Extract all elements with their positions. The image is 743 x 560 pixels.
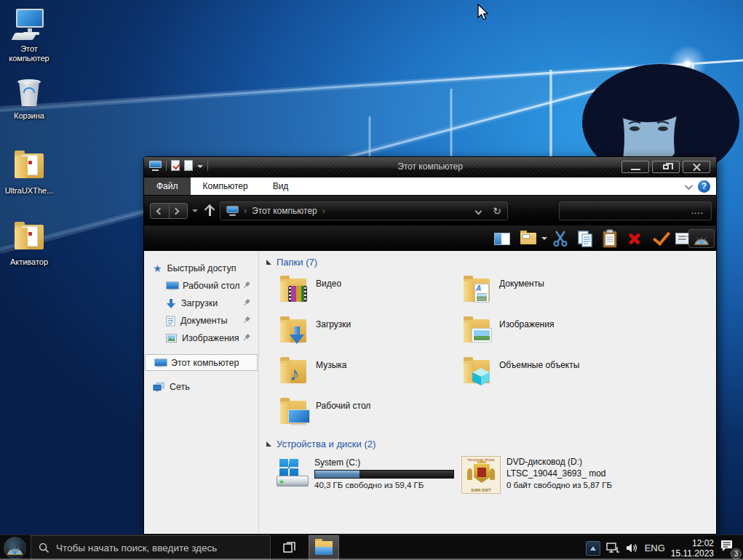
desktop-icon [166,281,178,290]
sidebar-item-network[interactable]: Сеть [144,378,258,396]
folder-tile-label: Загрузки [316,319,351,354]
desktop-icon-ultraux[interactable]: UltraUXThe... [1,151,57,196]
help-icon[interactable]: ? [698,180,710,193]
ribbon-tab-bar: Файл Компьютер Вид ? [144,177,716,196]
disc-label: LTSC_19044_3693_ mod [506,468,612,479]
minimize-button[interactable] [621,161,649,173]
pin-icon [243,316,251,324]
desktop-screen: Этот компьютер Корзина UltraUXThe... Акт… [0,0,743,560]
folder-tile-pictures[interactable]: Изображения [463,318,637,354]
desktop-icon-label: Корзина [1,111,57,121]
window-content: ★ Быстрый доступ Рабочий стол Загрузки Д… [144,251,716,534]
folder-tile-desktop[interactable]: Рабочий стол [279,399,454,436]
navigation-bar: › Этот компьютер › ↻ .... [144,196,716,226]
preview-pane-button[interactable] [492,229,512,248]
document-icon [166,316,175,327]
sidebar-item-documents[interactable]: Документы [144,312,258,329]
folder-tile-video[interactable]: Видео [279,277,454,313]
clipboard-icon [602,229,618,248]
task-view-button[interactable] [277,535,303,560]
network-icon [153,383,164,392]
tab-computer[interactable]: Компьютер [191,177,261,195]
explorer-search-box[interactable]: .... [559,201,712,220]
copy-button[interactable] [575,229,595,248]
sidebar-item-label: Сеть [170,382,190,392]
nav-back-forward [150,203,188,219]
search-icon [39,543,49,553]
pin-icon [243,298,251,306]
group-header-folders[interactable]: Папки (7) [266,257,317,268]
back-button[interactable] [151,204,169,218]
volume-icon[interactable] [626,543,639,553]
show-hidden-icons-button[interactable] [586,541,600,556]
start-button[interactable] [4,537,26,559]
desktop-icon-label: Этот компьютер [1,44,57,63]
file-explorer-icon [315,541,333,555]
folder-tile-3d-objects[interactable]: Объемные объекты [463,359,637,395]
new-folder-dropdown-icon[interactable] [539,229,549,248]
maximize-button[interactable] [652,161,680,173]
files-pane: Папки (7) Видео Документы Загрузки Изобр… [259,251,716,534]
up-button[interactable] [202,203,217,219]
file-explorer-taskbar-button[interactable] [309,535,339,560]
paste-button[interactable] [600,229,620,248]
folder-tile-label: Изображения [499,319,554,354]
copy-icon [576,230,594,247]
folder-tile-downloads[interactable]: Загрузки [279,318,454,354]
desktop-icon-activator[interactable]: Активатор [1,222,57,267]
desktop-icon-label: Активатор [1,257,57,267]
address-dropdown-icon[interactable] [475,207,482,215]
folder-icon [12,222,47,255]
sidebar-item-desktop[interactable]: Рабочий стол [144,277,258,295]
folder-tile-documents[interactable]: Документы [463,277,637,313]
breadcrumb-separator: › [322,206,325,216]
clock-date: 15.11.2023 [671,548,714,559]
tab-file[interactable]: Файл [144,177,191,195]
title-bar[interactable]: Этот компьютер [144,157,716,177]
sidebar-item-label: Быстрый доступ [167,263,237,273]
group-header-devices[interactable]: Устройства и диски (2) [266,439,376,449]
close-button[interactable] [683,161,710,173]
drive-tile-dvd[interactable]: Авторская сборка SURA SOFT DVD-дисковод … [461,456,612,494]
sidebar-item-downloads[interactable]: Загрузки [144,295,258,312]
recent-locations-icon[interactable] [192,209,198,212]
refresh-icon[interactable]: ↻ [493,205,501,217]
computer-icon [154,359,166,367]
taskbar-search[interactable] [31,535,271,560]
drive-name: System (C:) [314,457,454,468]
desktop-icon-recycle-bin[interactable]: Корзина [1,76,57,121]
system-tray: ENG 12:02 15.11.2023 3 [586,535,743,560]
classic-shell-button[interactable] [688,229,715,248]
sidebar-item-pictures[interactable]: Изображения [144,329,258,347]
notification-center-button[interactable]: 3 [720,539,739,558]
sidebar-item-label: Изображения [182,333,239,343]
address-bar[interactable]: › Этот компьютер › ↻ [220,201,508,220]
seashell-icon [4,537,25,559]
desktop-icon-this-pc[interactable]: Этот компьютер [1,9,57,63]
rename-button[interactable] [649,229,670,248]
tab-view[interactable]: Вид [261,177,301,195]
seashell-icon [693,231,710,246]
collapse-ribbon-icon[interactable] [685,181,693,189]
new-folder-button[interactable] [518,229,539,248]
drive-tile-c[interactable]: System (C:) 40,3 ГБ свободно из 59,4 ГБ [277,457,454,489]
language-indicator[interactable]: ENG [645,543,665,553]
sidebar-item-this-pc[interactable]: Этот компьютер [145,354,258,371]
taskbar: ENG 12:02 15.11.2023 3 [0,535,743,560]
drive-free-space: 40,3 ГБ свободно из 59,4 ГБ [314,481,454,489]
folder-tile-music[interactable]: ♪ Музыка [279,359,454,395]
group-header-label: Устройства и диски (2) [277,439,376,449]
breadcrumb[interactable]: Этот компьютер [252,206,317,216]
emblem-bottom-text: SURA SOFT [466,489,496,492]
sidebar-item-label: Загрузки [181,298,218,308]
search-input[interactable] [56,543,263,553]
forward-button[interactable] [169,204,188,218]
cut-button[interactable] [550,229,571,248]
checkmark-icon [652,233,667,244]
sidebar-item-quick-access[interactable]: ★ Быстрый доступ [144,260,258,277]
scissors-icon [552,230,568,247]
delete-button[interactable] [624,229,645,248]
pin-icon [243,333,251,341]
clock[interactable]: 12:02 15.11.2023 [671,538,714,559]
network-tray-icon[interactable] [606,543,620,554]
